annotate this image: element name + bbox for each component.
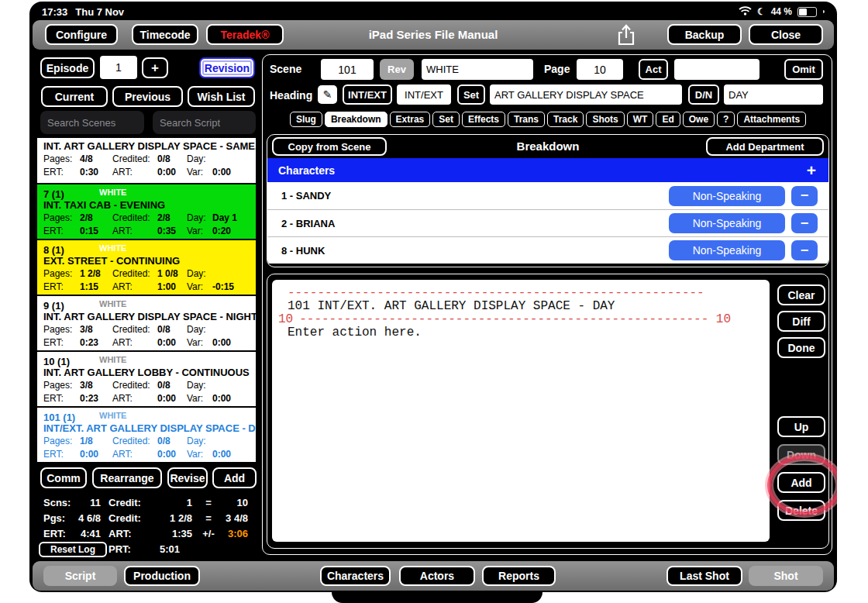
- scene-list-item[interactable]: 10 (1) WHITE INT. ART GALLERY LOBBY - CO…: [37, 352, 256, 406]
- script-editor[interactable]: ----------------------------------------…: [272, 280, 770, 542]
- act-field[interactable]: [674, 59, 760, 80]
- scene-list-item[interactable]: 7 (1) WHITE INT. TAXI CAB - EVENING Page…: [37, 184, 256, 239]
- script-action-line: Enter action here.: [288, 326, 770, 339]
- day-night-button[interactable]: D/N: [688, 84, 719, 105]
- tab-owe[interactable]: Owe: [683, 112, 715, 127]
- scene-revision-label: WHITE: [99, 411, 126, 420]
- tab-slug[interactable]: Slug: [290, 112, 322, 127]
- scene-list-item-selected[interactable]: 101 (1) WHITE INT/EXT. ART GALLERY DISPL…: [37, 408, 256, 462]
- page-number-field[interactable]: [577, 59, 623, 80]
- tab-extras[interactable]: Extras: [390, 112, 431, 127]
- set-field[interactable]: [490, 84, 682, 105]
- scene-number-field[interactable]: [321, 59, 374, 80]
- episode-button[interactable]: Episode: [40, 57, 95, 78]
- add-character-icon[interactable]: +: [807, 162, 816, 178]
- tab-question[interactable]: ?: [717, 112, 735, 127]
- set-button[interactable]: Set: [457, 84, 485, 105]
- speaking-type-button[interactable]: Non-Speaking: [669, 240, 785, 260]
- tab-wish-list[interactable]: Wish List: [188, 86, 255, 107]
- scene-number: 101 (1): [43, 412, 75, 423]
- speaking-type-button[interactable]: Non-Speaking: [669, 213, 785, 233]
- character-name: 8 - HUNK: [281, 245, 325, 257]
- speaking-type-button[interactable]: Non-Speaking: [669, 186, 785, 206]
- battery-tip: [823, 10, 825, 13]
- add-department-button[interactable]: Add Department: [706, 137, 824, 156]
- shot-button[interactable]: Shot: [749, 566, 823, 586]
- add-scene-button[interactable]: Add: [212, 467, 257, 488]
- character-name: 1 - SANDY: [281, 190, 331, 202]
- diff-button[interactable]: Diff: [777, 311, 825, 332]
- revision-color-field[interactable]: [422, 59, 533, 80]
- add-button[interactable]: Add: [777, 472, 825, 493]
- tab-shots[interactable]: Shots: [586, 112, 624, 127]
- page-label: Page: [544, 63, 570, 75]
- scene-list-item[interactable]: INT. ART GALLERY DISPLAY SPACE - SAME...…: [37, 138, 256, 183]
- scene-list-item[interactable]: 9 (1) WHITE INT. ART GALLERY DISPLAY SPA…: [37, 296, 256, 350]
- search-scenes-input[interactable]: [40, 111, 144, 134]
- clear-button[interactable]: Clear: [777, 284, 825, 305]
- configure-button[interactable]: Configure: [45, 24, 118, 45]
- top-toolbar: iPad Series File Manual Configure Timeco…: [33, 20, 834, 50]
- up-button[interactable]: Up: [777, 416, 825, 437]
- tab-set[interactable]: Set: [432, 112, 460, 127]
- rev-button[interactable]: Rev: [380, 59, 414, 80]
- tab-trans[interactable]: Trans: [508, 112, 545, 127]
- episode-number-field[interactable]: [100, 56, 137, 79]
- rearrange-button[interactable]: Rearrange: [92, 467, 162, 488]
- copy-from-scene-button[interactable]: Copy from Scene: [272, 137, 387, 156]
- teradek-button[interactable]: Teradek®: [206, 24, 284, 45]
- pencil-icon[interactable]: ✎: [318, 85, 337, 104]
- totals-prt-row: PRT: 5:01: [29, 543, 262, 557]
- character-row[interactable]: 2 - BRIANA Non-Speaking −: [267, 209, 828, 236]
- tab-ed[interactable]: Ed: [656, 112, 680, 127]
- scene-list-item[interactable]: 8 (1) WHITE EXT. STREET - CONTINUING Pag…: [37, 240, 256, 295]
- tab-effects[interactable]: Effects: [462, 112, 505, 127]
- tab-current[interactable]: Current: [41, 86, 108, 107]
- scene-heading: INT. ART GALLERY DISPLAY SPACE - NIGHT: [43, 311, 256, 323]
- tab-previous[interactable]: Previous: [112, 86, 183, 107]
- search-script-input[interactable]: [153, 111, 256, 134]
- tab-breakdown[interactable]: Breakdown: [325, 112, 388, 127]
- reports-button[interactable]: Reports: [482, 566, 556, 586]
- breakdown-section: Breakdown Copy from Scene Add Department…: [267, 134, 829, 267]
- remove-character-button[interactable]: −: [791, 186, 818, 206]
- production-button[interactable]: Production: [124, 566, 200, 586]
- act-button[interactable]: Act: [639, 59, 668, 80]
- scene-heading: INT/EXT. ART GALLERY DISPLAY SPACE - DAY: [43, 422, 256, 435]
- tab-track[interactable]: Track: [547, 112, 584, 127]
- character-row[interactable]: 1 - SANDY Non-Speaking −: [267, 182, 828, 209]
- share-icon[interactable]: [616, 23, 636, 47]
- tab-wt[interactable]: WT: [627, 112, 654, 127]
- scene-revision-label: WHITE: [99, 188, 126, 197]
- script-button[interactable]: Script: [43, 566, 117, 586]
- omit-button[interactable]: Omit: [784, 59, 823, 80]
- tab-attachments[interactable]: Attachments: [737, 112, 806, 127]
- home-indicator-tab: [332, 592, 542, 603]
- scene-heading: INT. ART GALLERY DISPLAY SPACE - SAME...: [43, 140, 256, 153]
- revision-button[interactable]: Revision: [199, 57, 255, 78]
- characters-department-bar[interactable]: Characters +: [267, 158, 828, 182]
- bottom-toolbar: Script Production Characters Actors Repo…: [33, 561, 834, 591]
- done-button[interactable]: Done: [777, 337, 825, 358]
- scene-revision-label: WHITE: [99, 299, 126, 308]
- moon-icon: ☾: [757, 6, 766, 17]
- day-night-field[interactable]: [724, 84, 823, 105]
- backup-button[interactable]: Backup: [667, 24, 742, 45]
- scene-number: 8 (1): [43, 244, 64, 256]
- remove-character-button[interactable]: −: [791, 213, 818, 233]
- actors-button[interactable]: Actors: [399, 566, 475, 586]
- scene-heading: EXT. STREET - CONTINUING: [43, 255, 256, 267]
- remove-character-button[interactable]: −: [791, 240, 818, 260]
- episode-add-button[interactable]: +: [142, 57, 168, 78]
- down-button[interactable]: Down: [777, 444, 825, 465]
- revise-button[interactable]: Revise: [167, 467, 208, 488]
- delete-button[interactable]: Delete: [777, 500, 825, 521]
- characters-button[interactable]: Characters: [320, 566, 391, 586]
- character-row[interactable]: 8 - HUNK Non-Speaking −: [267, 236, 828, 264]
- close-button[interactable]: Close: [749, 24, 823, 45]
- int-ext-field[interactable]: [397, 84, 451, 105]
- timecode-button[interactable]: Timecode: [132, 24, 198, 45]
- int-ext-button[interactable]: INT/EXT: [343, 84, 392, 105]
- last-shot-button[interactable]: Last Shot: [666, 566, 742, 586]
- comm-button[interactable]: Comm: [40, 467, 87, 488]
